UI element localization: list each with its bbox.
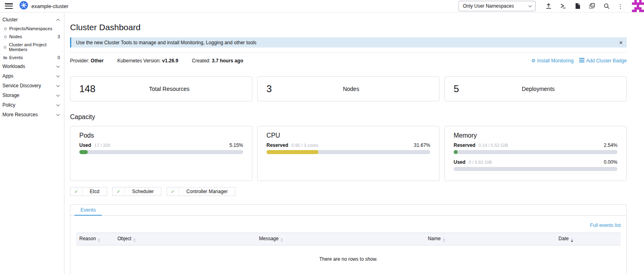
badge-icon [579,58,584,64]
total-resources-value: 148 [79,83,95,95]
cluster-brand[interactable]: example-cluster [19,1,68,11]
column-header-name[interactable]: Name [425,233,555,245]
memory-reserved-gauge: Reserved 0.14 / 5.52 GiB 2.54% [454,142,617,154]
capacity-cards-row: Pods Used 17 / 330 5.15% CPU Reserved 0.… [70,126,627,181]
kebab-menu-icon[interactable]: ⋮ [617,3,623,9]
empty-table-row: There are no rows to show. [76,245,621,274]
sidebar-item-nodes[interactable]: Nodes 3 [0,33,64,41]
full-events-list-link[interactable]: Full events list [590,222,621,228]
created-info: Created: 3.7 hours ago [192,58,243,64]
close-icon[interactable]: × [619,39,623,45]
nodes-value: 3 [266,83,272,95]
sort-icon [281,238,283,242]
sidebar-item-count: 0 [58,55,60,60]
total-resources-card: 148 Total Resources [70,76,252,101]
chevron-down-icon [56,93,60,96]
divider [70,52,627,53]
check-icon: ✓ [167,187,179,196]
sidebar-item-label: Cluster and Project Members [9,42,60,52]
resource-circle-icon [3,27,7,31]
memory-capacity-card: Memory Reserved 0.14 / 5.52 GiB 2.54% Us… [444,126,627,181]
progress-bar-track [454,167,617,171]
nodes-card: 3 Nodes [257,76,440,101]
sort-icon [98,238,100,242]
cluster-name: example-cluster [31,3,68,9]
resource-circle-icon [3,45,7,49]
progress-bar-track [79,150,243,154]
deployments-card: 5 Deployments [444,76,627,101]
events-tab-bar: Events [70,205,626,216]
etcd-status-badge: ✓ Etcd [70,187,107,196]
count-cards-row: 148 Total Resources 3 Nodes 5 Deployment… [70,76,627,101]
chevron-down-icon [56,64,60,67]
chevron-down-icon [56,112,60,115]
gear-icon: ⚙ [531,58,536,64]
check-icon: ✓ [113,187,125,196]
resource-circle-icon [3,35,7,39]
install-monitoring-link[interactable]: ⚙ Install Monitoring [531,58,574,64]
tab-events[interactable]: Events [74,205,102,216]
page-title: Cluster Dashboard [70,23,627,32]
progress-bar-fill [266,150,318,154]
progress-bar-fill [79,150,88,154]
sidebar-item-events[interactable]: Events 0 [0,54,64,62]
import-yaml-icon[interactable] [545,3,552,10]
progress-bar-fill [454,150,458,154]
hamburger-menu-icon[interactable] [5,3,13,9]
download-kubeconfig-icon[interactable] [574,3,581,10]
sidebar-group-cluster[interactable]: Cluster [0,15,64,25]
sidebar-group-workloads[interactable]: Workloads [0,62,64,71]
memory-used-gauge: Used 0 / 5.82 GiB 0.00% [454,159,617,171]
sidebar-item-projects-namespaces[interactable]: Projects/Namespaces [0,25,64,33]
copy-kubeconfig-icon[interactable] [588,3,595,10]
add-cluster-badge-link[interactable]: Add Cluster Badge [579,58,627,64]
deployments-label: Deployments [459,86,617,92]
sidebar-item-label: Projects/Namespaces [9,26,52,31]
sidebar-group-label: Service Discovery [2,83,41,89]
sidebar-group-policy[interactable]: Policy [0,100,64,110]
chevron-down-icon [56,74,60,77]
sidebar-group-service-discovery[interactable]: Service Discovery [0,81,64,91]
pods-capacity-card: Pods Used 17 / 330 5.15% [70,126,252,181]
k8s-version-info: Kubernetes Version: v1.26.9 [117,58,178,64]
chevron-down-icon [56,103,60,106]
controller-manager-status-badge: ✓ Controller Manager [167,187,235,196]
top-header: example-cluster Only User Namespaces [0,0,644,12]
sidebar-group-label: Cluster [2,17,18,23]
progress-bar-track [266,150,430,154]
main-content: Cluster Dashboard Use the new Cluster To… [64,12,644,274]
cpu-title: CPU [266,132,430,139]
events-table-header-row: Reason Object Message Name Date [76,233,621,245]
sidebar-group-apps[interactable]: Apps [0,71,64,81]
sidebar-item-label: Events [9,55,23,60]
sidebar-group-more-resources[interactable]: More Resources [0,110,64,119]
cluster-tools-banner: Use the new Cluster Tools to manage and … [70,37,627,47]
user-avatar-identicon[interactable] [632,0,644,12]
capacity-heading: Capacity [70,113,627,121]
kubernetes-logo-icon [19,1,28,11]
total-resources-label: Total Resources [95,86,243,92]
folder-icon [3,56,7,60]
sidebar-item-count: 3 [58,34,60,39]
sort-icon [571,238,573,242]
column-header-date[interactable]: Date [555,233,621,245]
cpu-reserved-gauge: Reserved 0.95 / 3 cores 31.67% [266,142,430,154]
sidebar-group-storage[interactable]: Storage [0,91,64,100]
empty-table-message: There are no rows to show. [76,245,621,274]
deployments-value: 5 [454,83,459,95]
events-table: Reason Object Message Name Date There ar… [76,233,621,274]
sidebar-item-label: Nodes [9,34,22,39]
kubectl-shell-icon[interactable] [559,3,566,10]
chevron-down-icon [528,4,532,7]
sidebar-group-label: Policy [2,102,15,108]
sidebar-group-label: Storage [2,93,19,98]
search-icon[interactable] [603,3,610,10]
column-header-message[interactable]: Message [256,233,424,245]
pods-title: Pods [79,132,243,139]
sidebar-item-cluster-members[interactable]: Cluster and Project Members [0,41,64,54]
check-icon: ✓ [70,187,83,196]
nodes-label: Nodes [272,86,430,92]
column-header-object[interactable]: Object [114,233,256,245]
namespace-filter-select[interactable]: Only User Namespaces [458,1,536,11]
column-header-reason[interactable]: Reason [76,233,114,245]
